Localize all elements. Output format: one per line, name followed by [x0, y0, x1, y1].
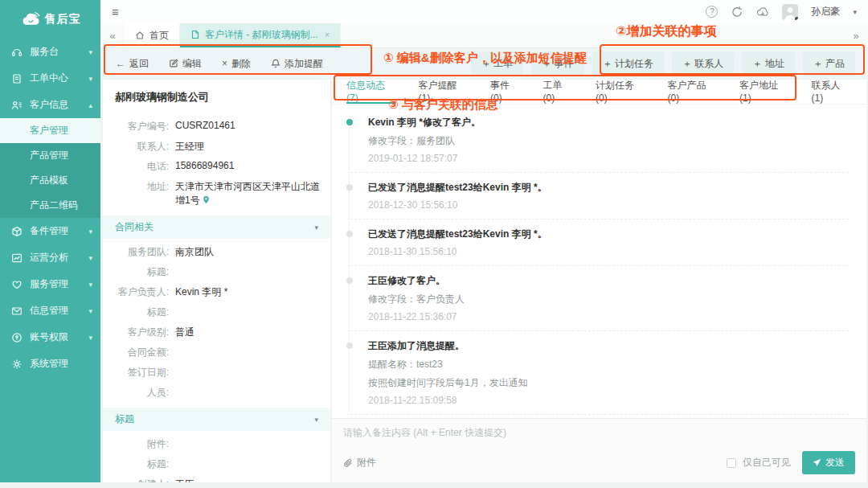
- sidebar-item-operation-analysis[interactable]: 运营分析 ▾: [0, 244, 100, 271]
- tab-planned-tasks[interactable]: 计划任务(0): [596, 80, 645, 104]
- add-contact-button[interactable]: ＋ 联系人: [672, 51, 734, 76]
- field-label: 联系人:: [103, 140, 169, 154]
- sidebar-item-account-permission[interactable]: 账号权限 ▾: [0, 324, 100, 351]
- customer-detail-card: 郝刚玻璃钢制造公司 客户编号: CUSRZ01461 联系人: 王经理 电话: …: [103, 80, 330, 482]
- add-planned-task-button[interactable]: ＋ 计划任务: [592, 51, 664, 76]
- chevron-up-icon: ▴: [88, 101, 92, 109]
- attachment-label: 附件: [357, 456, 376, 470]
- user-avatar[interactable]: [782, 4, 798, 20]
- customer-icon: [11, 100, 23, 111]
- sidebar-item-product-qrcode[interactable]: 产品二维码: [0, 193, 100, 218]
- content-area: 郝刚玻璃钢制造公司 客户编号: CUSRZ01461 联系人: 王经理 电话: …: [100, 79, 868, 482]
- field-value: 王经理: [175, 140, 204, 154]
- send-button[interactable]: 发送: [802, 451, 855, 474]
- sidebar-subitem-label: 客户管理: [30, 124, 68, 137]
- attachment-button[interactable]: 附件: [343, 456, 376, 470]
- section-header-title[interactable]: 标题 ▾: [103, 408, 330, 431]
- timeline-entry: 王臣修改了客户。 修改字段：服务团队 2018-10-30 15:57:52: [346, 415, 849, 418]
- sidebar-item-customer-info[interactable]: 客户信息 ▴: [0, 92, 100, 118]
- tab-contacts[interactable]: 联系人(1): [812, 80, 853, 104]
- entry-title: 王臣添加了消息提醒。: [368, 339, 849, 353]
- entry-detail: 提醒名称：test23: [368, 358, 849, 371]
- delete-label: 删除: [231, 57, 251, 71]
- chevron-down-icon: ▾: [314, 416, 318, 424]
- brand-name: 售后宝: [45, 12, 81, 27]
- tab-workorders[interactable]: 工单(0): [543, 80, 575, 104]
- entry-detail: 修改字段：客户负责人: [368, 293, 849, 306]
- detail-tabs: 信息动态(7) 客户提醒(1) 事件(0) 工单(0) 计划任务(0) 客户产品…: [332, 80, 866, 105]
- location-pin-icon[interactable]: [202, 195, 211, 204]
- sidebar-item-label: 工单中心: [30, 72, 68, 85]
- tab-customer-reminder[interactable]: 客户提醒(1): [418, 80, 468, 104]
- sidebar-item-message-management[interactable]: 信息管理 ▾: [0, 297, 100, 324]
- envelope-icon: [11, 306, 23, 317]
- timeline-entry: 已发送了消息提醒test23给Kevin 李明 *。 2018-11-30 15…: [346, 219, 849, 266]
- chevron-down-icon: ▾: [88, 307, 92, 315]
- page-tabstrip: « 首页 客户详情 - 郝刚玻璃钢制... × »: [100, 23, 868, 48]
- chevron-down-icon: ▾: [88, 48, 92, 56]
- comment-box: 附件 仅自己可见 发送: [332, 418, 866, 482]
- tabs-scroll-left-icon[interactable]: «: [100, 23, 125, 47]
- entry-time: 2018-11-22 15:09:58: [368, 395, 849, 406]
- sidebar-item-work-orders[interactable]: 工单中心 ▾: [0, 65, 100, 92]
- send-plane-icon: [813, 458, 821, 467]
- document-icon: [190, 30, 200, 39]
- sidebar-item-service-management[interactable]: 服务管理 ▾: [0, 271, 100, 297]
- only-me-checkbox[interactable]: [727, 458, 736, 468]
- activity-timeline: Kevin 李明 *修改了客户。 修改字段：服务团队 2019-01-12 18…: [332, 105, 866, 418]
- tabs-scroll-right-icon[interactable]: »: [844, 23, 868, 47]
- brand-logo: 售后宝: [0, 0, 100, 39]
- sidebar-item-customer-management[interactable]: 客户管理: [0, 118, 100, 143]
- sidebar-item-product-template[interactable]: 产品模板: [0, 168, 100, 193]
- edit-button[interactable]: 编辑: [169, 57, 202, 71]
- add-workorder-button[interactable]: ＋ 工单: [471, 51, 523, 76]
- send-label: 发送: [825, 456, 845, 470]
- sidebar-item-parts-management[interactable]: 备件管理 ▾: [0, 218, 100, 244]
- sidebar-item-service-desk[interactable]: 服务台 ▾: [0, 39, 100, 65]
- user-menu-caret-icon[interactable]: ▾: [853, 8, 857, 16]
- back-arrow-icon: ←: [116, 58, 125, 69]
- delete-x-icon: ×: [222, 58, 227, 69]
- user-name[interactable]: 孙启豪: [811, 5, 840, 18]
- tab-home[interactable]: 首页: [125, 23, 180, 47]
- delete-button[interactable]: × 删除: [222, 57, 251, 71]
- bottom-strip: [0, 482, 868, 488]
- sidebar-item-system-management[interactable]: 系统管理: [0, 351, 100, 377]
- collapse-menu-icon[interactable]: ≡: [112, 6, 119, 18]
- field-label: 客户编号:: [103, 120, 169, 133]
- sidebar-subitem-label: 产品模板: [30, 174, 68, 187]
- tab-activity-feed[interactable]: 信息动态(7): [346, 80, 396, 104]
- cloud-download-icon[interactable]: [756, 6, 769, 18]
- add-product-button[interactable]: ＋ 产品: [803, 51, 855, 76]
- tab-customer-products[interactable]: 客户产品(0): [668, 80, 718, 104]
- add-event-button[interactable]: ＋ 事件: [531, 51, 583, 76]
- sidebar-item-label: 备件管理: [30, 224, 68, 238]
- back-button[interactable]: ← 返回: [116, 57, 149, 71]
- tab-customer-detail[interactable]: 客户详情 - 郝刚玻璃钢制... ×: [180, 23, 341, 47]
- tab-events[interactable]: 事件(0): [490, 80, 522, 104]
- close-icon[interactable]: ×: [325, 30, 330, 39]
- main-area: ≡ ? 孙启豪 ▾ « 首页 客户详情 - 郝刚玻璃钢制... × »: [100, 0, 868, 482]
- sidebar-item-label: 系统管理: [30, 357, 68, 371]
- refresh-icon[interactable]: [731, 6, 743, 18]
- headset-icon: [11, 47, 23, 58]
- sidebar-item-label: 账号权限: [30, 330, 68, 344]
- field-value: 天津市天津市河西区天津平山北道增1号: [175, 180, 322, 207]
- add-reminder-button[interactable]: 添加提醒: [271, 57, 323, 71]
- entry-time: 2019-01-12 18:57:07: [368, 153, 849, 164]
- sidebar-item-product-management[interactable]: 产品管理: [0, 143, 100, 168]
- entry-time: 2018-11-22 15:36:07: [368, 311, 849, 322]
- add-related-group: ＋ 工单 ＋ 事件 ＋ 计划任务 ＋ 联系人 ＋ 地址 ＋ 产品: [471, 51, 855, 76]
- comment-input[interactable]: [332, 419, 866, 445]
- sidebar-item-label: 服务台: [30, 45, 59, 59]
- sidebar: 售后宝 服务台 ▾ 工单中心 ▾ 客户信息 ▴ 客户管理 产品管理: [0, 0, 100, 482]
- customer-name: 郝刚玻璃钢制造公司: [103, 80, 330, 113]
- field-value: CUSRZ01461: [175, 120, 235, 131]
- help-icon[interactable]: ?: [706, 6, 718, 18]
- section-title: 标题: [115, 412, 134, 426]
- add-address-button[interactable]: ＋ 地址: [742, 51, 794, 76]
- chevron-down-icon: ▾: [88, 281, 92, 289]
- tab-customer-addresses[interactable]: 客户地址(1): [739, 80, 789, 104]
- section-header-contract[interactable]: 合同相关 ▾: [103, 215, 330, 239]
- home-icon: [135, 31, 145, 40]
